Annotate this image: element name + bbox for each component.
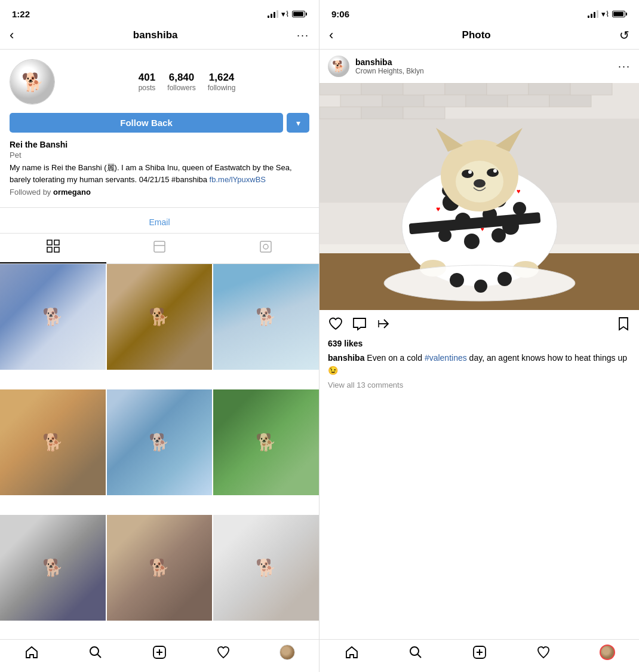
status-icons-left: ▾⌇ bbox=[268, 10, 307, 19]
followers-count: 6,840 bbox=[169, 72, 195, 84]
profile-button-left[interactable] bbox=[255, 645, 319, 660]
add-button-right[interactable] bbox=[447, 645, 511, 660]
grid-photo-1[interactable]: 🐕 bbox=[0, 264, 106, 370]
home-button-right[interactable] bbox=[320, 645, 383, 660]
grid-photo-6[interactable]: 🐕 bbox=[213, 389, 319, 495]
search-button-left[interactable] bbox=[64, 645, 128, 660]
grid-photo-4[interactable]: 🐕 bbox=[0, 389, 106, 495]
svg-point-42 bbox=[464, 234, 480, 249]
svg-rect-21 bbox=[445, 83, 487, 95]
status-time-left: 1:22 bbox=[12, 9, 30, 19]
more-button-left[interactable]: ··· bbox=[297, 29, 309, 42]
tab-feed[interactable] bbox=[106, 234, 213, 263]
svg-rect-16 bbox=[340, 95, 382, 107]
divider-1 bbox=[0, 207, 319, 208]
nav-title-right: Photo bbox=[462, 29, 491, 41]
svg-point-57 bbox=[493, 169, 497, 173]
tab-tagged[interactable] bbox=[213, 234, 319, 263]
post-image[interactable]: ♥ ♥ ♥ bbox=[320, 83, 639, 310]
home-button-left[interactable] bbox=[0, 645, 64, 660]
grid-photo-3[interactable]: 🐕 bbox=[213, 264, 319, 370]
grid-photo-9[interactable]: 🐕 bbox=[213, 515, 319, 621]
bio-name: Rei the Banshi bbox=[10, 140, 309, 149]
followers-label: followers bbox=[167, 84, 195, 92]
bottom-nav-left bbox=[0, 639, 319, 672]
svg-text:♥: ♥ bbox=[436, 205, 440, 213]
svg-point-63 bbox=[474, 280, 487, 293]
svg-rect-0 bbox=[47, 240, 52, 245]
following-count: 1,624 bbox=[209, 72, 235, 84]
post-likes: 639 likes bbox=[320, 337, 639, 351]
svg-rect-2 bbox=[47, 247, 52, 252]
caption-text: Even on a cold bbox=[367, 353, 425, 363]
add-icon-left bbox=[152, 645, 167, 659]
post-username[interactable]: banshiba bbox=[355, 57, 618, 67]
search-icon-right bbox=[408, 645, 423, 659]
svg-point-7 bbox=[263, 244, 268, 249]
comment-icon[interactable] bbox=[352, 316, 367, 332]
caption-hashtag[interactable]: #valentines bbox=[425, 353, 467, 363]
post-more-button[interactable]: ··· bbox=[618, 60, 631, 73]
heart-icon-left bbox=[216, 645, 231, 659]
svg-rect-23 bbox=[466, 95, 508, 107]
svg-rect-26 bbox=[529, 83, 570, 95]
bio-followed-by: Followed by ormegano bbox=[10, 188, 309, 197]
avatar: 🐕 bbox=[10, 59, 55, 105]
refresh-button-right[interactable]: ↺ bbox=[619, 28, 629, 42]
grid-photo-5[interactable]: 🐕 bbox=[107, 389, 213, 495]
post-caption: banshiba Even on a cold #valentines day,… bbox=[320, 351, 639, 378]
wifi-icon-right: ▾⌇ bbox=[601, 10, 609, 19]
profile-header: 🐕 401 posts 6,840 followers 1,624 follow… bbox=[10, 59, 309, 105]
post-avatar: 🐕 bbox=[328, 56, 349, 77]
svg-point-56 bbox=[468, 170, 472, 174]
svg-rect-1 bbox=[54, 240, 59, 245]
svg-point-58 bbox=[474, 179, 486, 188]
bio-link[interactable]: fb.me/lYpuxwBS bbox=[210, 175, 266, 184]
heart-icon-right bbox=[536, 645, 551, 659]
status-bar-left: 1:22 ▾⌇ bbox=[0, 0, 319, 24]
follow-back-button[interactable]: Follow Back bbox=[10, 113, 283, 133]
svg-rect-28 bbox=[549, 95, 591, 107]
svg-rect-15 bbox=[361, 83, 403, 95]
email-button[interactable]: Email bbox=[0, 214, 319, 233]
add-button-left[interactable] bbox=[128, 645, 192, 660]
grid-photo-8[interactable]: 🐕 bbox=[107, 515, 213, 621]
view-comments[interactable]: View all 13 comments bbox=[320, 378, 639, 392]
svg-point-8 bbox=[90, 647, 99, 655]
bio-section: Rei the Banshi Pet My name is Rei the Ba… bbox=[0, 140, 319, 201]
caption-username[interactable]: banshiba bbox=[328, 353, 364, 363]
svg-rect-24 bbox=[403, 107, 445, 119]
search-icon-left bbox=[88, 645, 103, 659]
stat-following: 1,624 following bbox=[208, 72, 236, 92]
grid-photo-2[interactable]: 🐕 bbox=[107, 264, 213, 370]
search-button-right[interactable] bbox=[383, 645, 447, 660]
svg-line-9 bbox=[98, 655, 102, 658]
tab-row bbox=[0, 233, 319, 264]
left-phone: 1:22 ▾⌇ ‹ banshiba ··· bbox=[0, 0, 320, 672]
add-icon-right bbox=[472, 645, 487, 659]
follow-dropdown-button[interactable]: ▾ bbox=[287, 113, 309, 133]
heart-button-left[interactable] bbox=[191, 645, 255, 660]
svg-point-43 bbox=[491, 228, 506, 243]
feed-icon bbox=[153, 240, 166, 257]
bookmark-icon[interactable] bbox=[616, 317, 631, 331]
share-icon[interactable] bbox=[376, 316, 391, 332]
signal-icon-right bbox=[588, 10, 598, 18]
photo-grid: 🐕 🐕 🐕 🐕 🐕 🐕 🐕 🐕 bbox=[0, 264, 319, 639]
back-button-left[interactable]: ‹ bbox=[10, 27, 14, 43]
post-location: Crown Heights, Bklyn bbox=[355, 67, 618, 75]
bio-category: Pet bbox=[10, 151, 309, 159]
svg-rect-27 bbox=[508, 95, 549, 107]
svg-rect-6 bbox=[260, 241, 271, 252]
grid-photo-7[interactable]: 🐕 bbox=[0, 515, 106, 621]
like-icon[interactable] bbox=[328, 316, 343, 332]
post-header: 🐕 banshiba Crown Heights, Bklyn ··· bbox=[320, 50, 639, 83]
svg-rect-29 bbox=[570, 83, 612, 95]
profile-button-right[interactable] bbox=[575, 645, 639, 660]
back-button-right[interactable]: ‹ bbox=[329, 27, 333, 43]
post-image-svg: ♥ ♥ ♥ bbox=[320, 83, 639, 310]
status-icons-right: ▾⌇ bbox=[588, 10, 627, 19]
heart-button-right[interactable] bbox=[511, 645, 575, 660]
stat-posts: 401 posts bbox=[139, 72, 156, 92]
tab-grid[interactable] bbox=[0, 234, 106, 263]
